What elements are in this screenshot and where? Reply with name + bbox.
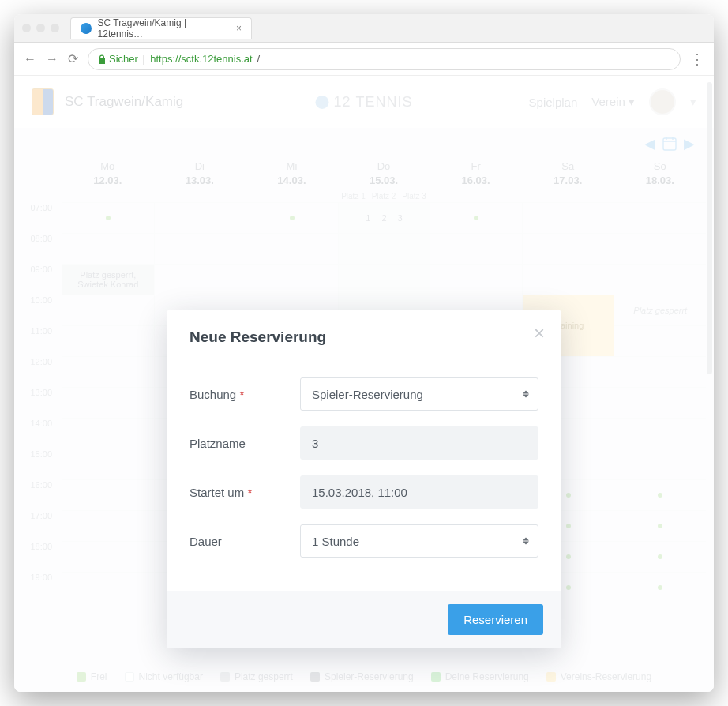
label-duration: Dauer [190,535,300,548]
duration-select[interactable]: 1 Stunde [300,524,538,558]
label-court: Platzname [190,437,300,450]
lock-icon [98,54,106,64]
label-booking: Buchung * [190,388,300,401]
new-reservation-modal: × Neue Reservierung Buchung * Spieler-Re… [167,310,561,648]
tab-title: SC Tragwein/Kamig | 12tennis… [98,17,230,39]
address-bar[interactable]: Sicher | https://sctk.12tennis.at/ [88,48,681,70]
court-field: 3 [300,426,538,460]
browser-toolbar: ← → ⟳ Sicher | https://sctk.12tennis.at/… [14,43,714,76]
secure-badge: Sicher [98,53,138,65]
modal-title: Neue Reservierung [190,329,538,346]
back-button[interactable]: ← [24,52,36,66]
window-minimize[interactable] [36,24,45,32]
close-icon[interactable]: × [534,324,545,343]
reserve-button[interactable]: Reservieren [448,604,543,635]
browser-window: SC Tragwein/Kamig | 12tennis… × ← → ⟳ Si… [14,14,714,692]
page-content: SC Tragwein/Kamig 12TENNIS Spielplan Ver… [14,76,714,692]
secure-label: Sicher [109,53,138,65]
window-controls [22,24,59,32]
start-field: 15.03.2018, 11:00 [300,475,538,509]
browser-tab[interactable]: SC Tragwein/Kamig | 12tennis… × [70,17,252,39]
site-favicon [81,23,92,34]
forward-button[interactable]: → [46,52,58,66]
browser-menu-icon[interactable]: ⋮ [690,52,704,66]
url-path: / [257,53,261,65]
booking-select[interactable]: Spieler-Reservierung [300,377,538,411]
window-close[interactable] [22,24,31,32]
reload-button[interactable]: ⟳ [68,51,78,66]
browser-tabstrip: SC Tragwein/Kamig | 12tennis… × [14,14,714,43]
close-icon[interactable]: × [236,23,242,34]
window-maximize[interactable] [51,24,59,32]
url-host: https://sctk.12tennis.at [150,53,252,65]
label-start: Startet um * [190,486,300,499]
